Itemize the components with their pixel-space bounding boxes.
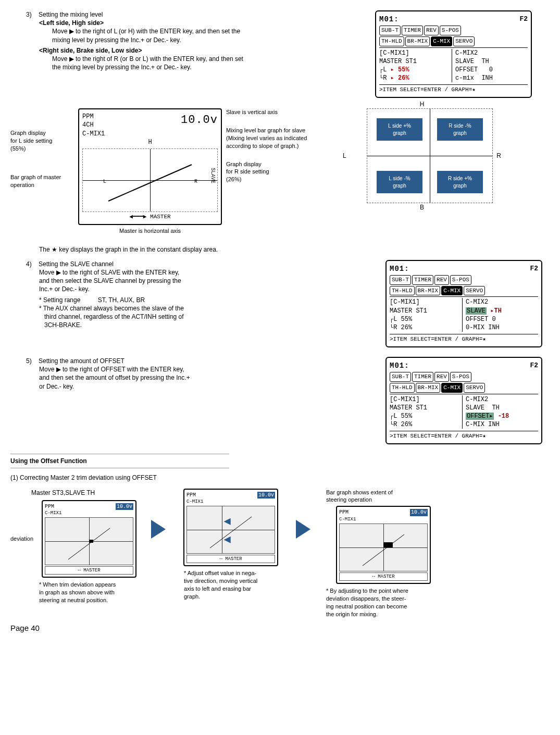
quad-h: H [420, 100, 425, 108]
lcd1-left-title: [C-MIX1] [379, 49, 452, 57]
lcd2-v2: 26% [401, 324, 413, 331]
svg-text:R: R [194, 179, 197, 184]
mini-b-foot: ↔ MASTER [186, 555, 275, 563]
lcd2-inh: INH [488, 324, 500, 331]
mini-graph-b: PPM10.0v C-MIX1 ◀ ◀ ↔ MASTER [183, 489, 278, 567]
graph-ppm: PPM [82, 113, 105, 121]
lcd2-v1: 55% [401, 316, 413, 323]
tab-thhld: TH-HLD [379, 36, 404, 46]
cap-c2: deviation disappears, the steer- [326, 595, 451, 603]
lcd2-tab2: TIMER [412, 275, 433, 285]
mini-c-val: 10.0v [410, 509, 428, 516]
cap-c4: the origin for mixing. [326, 611, 451, 618]
ann-r3: according to slope of graph.) [226, 142, 330, 150]
step4-l1: Move ▶ to the right of SLAVE with the EN… [39, 268, 245, 277]
arrow-right-icon [151, 520, 166, 539]
graph-box: PPM 4CH C-MIX1 10.0v H L R SLAVE ◀━━━▶ M… [78, 108, 222, 225]
quad-tl: L side +%graph [377, 118, 422, 141]
lcd2-tab6: BR-MIX [416, 286, 441, 296]
step3-left-line1: Move ▶ to the right of L (or H) with the… [52, 27, 365, 35]
lcd1-header: M01: [379, 15, 399, 24]
lcd2-cmix: 0-MIX [466, 324, 484, 331]
lcd1-f2: F2 [519, 15, 528, 24]
lcd2-zero: 0 [492, 316, 495, 323]
lcd3-inh: INH [488, 421, 500, 428]
bar-caption2: steering operation [326, 496, 451, 504]
graph-cmix1: C-MIX1 [82, 130, 105, 138]
quad-l: L [343, 152, 346, 160]
lcd-screen-3: M01:F2 SUB-T TIMER REV S-POS TH-HLD BR-M… [385, 357, 542, 444]
ann-graph-l2: for L side setting [10, 137, 78, 145]
lcd2-tab8: SERVO [464, 286, 485, 296]
step3-num: 3) [26, 10, 39, 19]
mini-a-val: 10.0v [116, 503, 133, 510]
right-side-title: <Right side, Brake side, Low side> [39, 46, 365, 55]
lcd3-master: MASTER [390, 404, 412, 412]
lcd3-th: TH [492, 404, 499, 412]
step5-num: 5) [26, 357, 39, 365]
lcd1-cmix: c-mix [455, 74, 474, 82]
ann-r2: (Mixing level varies as indicated [226, 134, 330, 142]
lcd3-offval: -18 [498, 413, 509, 420]
arrow-right-icon-2 [296, 520, 310, 539]
cap-b1: * Adjust offset value in nega- [184, 569, 291, 577]
step5-l1: Move ▶ to the right of OFFSET with the E… [39, 365, 245, 373]
lcd3-tab2: TIMER [412, 372, 433, 382]
step4-aux3: 3CH-BRAKE. [44, 321, 245, 329]
lcd3-tab6: BR-MIX [416, 383, 441, 393]
lcd3-rtitle: C-MIX2 [466, 395, 538, 404]
offset-sub: (1) Correcting Master 2 trim deviation u… [10, 474, 560, 482]
lcd2-foot: >ITEM SELECT=ENTER / GRAPH=★ [390, 334, 538, 343]
step3-right-line1: Move ▶ to the right of R (or B or L) wit… [52, 55, 365, 63]
ann-r5: for R side setting [226, 168, 330, 176]
ann-graph-l5: operation [10, 181, 78, 189]
lcd2-th: ▸TH [490, 307, 502, 315]
mini-b-val: 10.0v [257, 492, 275, 499]
quad-bl: L side -%graph [377, 171, 422, 193]
svg-line-0 [108, 165, 192, 201]
lcd1-zero: 0 [489, 66, 493, 73]
master-slave-label: Master ST3,SLAVE TH [31, 489, 146, 497]
graph-slave-axis: SLAVE [209, 168, 217, 183]
lcd3-v1: 55% [401, 413, 413, 420]
step5-l3: or Dec.- key. [39, 382, 245, 391]
svg-rect-4 [89, 540, 93, 543]
ann-r6: (26%) [226, 176, 330, 183]
tab-servo: SERVO [453, 36, 475, 46]
lcd-screen-1: M01: F2 SUB-T TIMER REV S-POS TH-HLD BR-… [375, 10, 532, 98]
lcd2-slave: SLAVE [466, 307, 487, 315]
lcd2-tab1: SUB-T [390, 275, 411, 285]
offset-heading: Using the Offset Function [10, 454, 229, 468]
tab-rev: REV [424, 26, 439, 35]
step4-aux2: third channel, regardless of the ACT/INH… [44, 313, 245, 321]
cap-a3: steering at neutral position. [39, 596, 146, 604]
step4-range-val: ST, TH, AUX, BR [98, 296, 145, 304]
lcd2-tab3: REV [434, 275, 449, 285]
lcd1-right-title: C-MIX2 [455, 49, 528, 57]
tab-spos: S-POS [440, 26, 461, 35]
quad-b: B [420, 203, 424, 211]
tab-cmix: C-MIX [431, 36, 452, 46]
ann-master-axis: Master is horizontal axis [78, 227, 222, 235]
lcd2-hdr: M01: [390, 264, 409, 274]
cap-a1: * When trim deviation appears [39, 581, 146, 589]
bar-caption1: Bar graph shows extent of [326, 489, 451, 496]
svg-line-6 [363, 534, 404, 566]
mini-c-foot: ↔ MASTER [339, 572, 428, 581]
lcd3-st1: ST1 [416, 404, 427, 412]
ann-graph-l3: (55%) [10, 145, 78, 153]
lcd3-tab3: REV [434, 372, 449, 382]
svg-rect-7 [383, 542, 393, 547]
mini-a-foot: ↔ MASTER [45, 566, 133, 575]
step4-range-lbl: * Setting range [39, 296, 80, 304]
step4-aux1: * The AUX channel always becomes the sla… [39, 304, 245, 313]
mini-c-label: C-MIX1 [339, 516, 428, 522]
lcd1-offset: OFFSET [455, 66, 478, 73]
lcd1-master: MASTER [379, 58, 402, 65]
ann-slave-axis: Slave is vertical axis [226, 108, 330, 116]
quadrant-diagram: L side +%graph R side -%graph L side -%g… [367, 108, 493, 203]
lcd3-f2: F2 [530, 361, 538, 371]
step3-left-line2: mixing level by pressing the Inc.+ or De… [52, 36, 365, 44]
lcd3-offset: OFFSET▸ [466, 413, 494, 420]
star-key-note: The ★ key displays the graph in the in t… [39, 245, 237, 254]
